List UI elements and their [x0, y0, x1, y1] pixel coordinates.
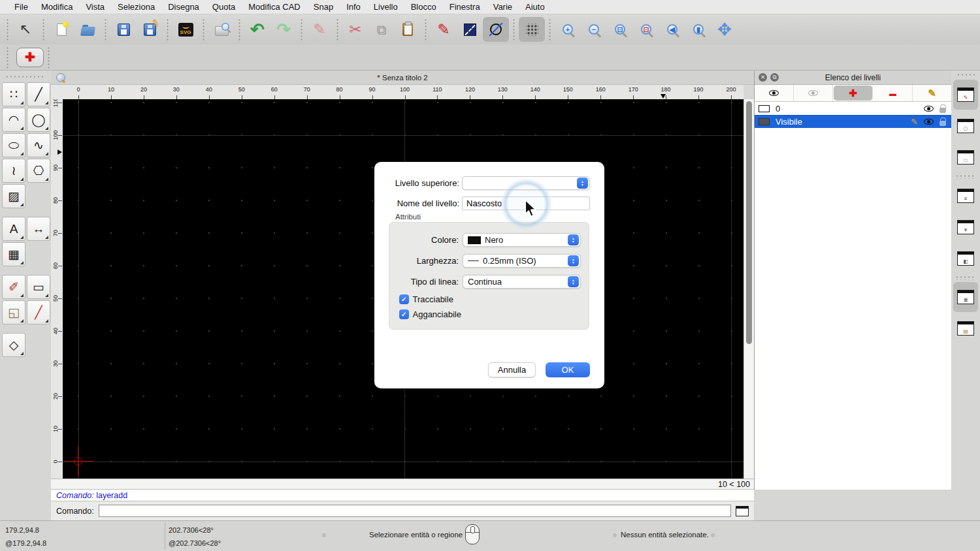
pan-button[interactable]: ✥	[711, 17, 738, 42]
command-window-toggle-button[interactable]	[736, 506, 749, 516]
redo-button[interactable]: ↷	[270, 17, 297, 42]
menu-blocco[interactable]: Blocco	[404, 0, 443, 14]
tool-measure-button[interactable]: ▭	[27, 275, 50, 299]
toolbar-drag-handle[interactable]	[6, 46, 9, 69]
layer-name-input[interactable]	[462, 197, 590, 210]
tool-image-button[interactable]: ▦	[2, 242, 25, 266]
new-file-button[interactable]	[48, 17, 74, 42]
eraser-button[interactable]: ✎	[306, 17, 333, 42]
dock-drag-handle[interactable]	[956, 73, 975, 77]
vertical-scrollbar-thumb[interactable]	[746, 101, 752, 344]
select-arrow-button[interactable]: ↖	[12, 17, 39, 42]
tool-ellipse-button[interactable]: ⬭	[2, 133, 25, 157]
minus-icon: ▬	[889, 89, 896, 97]
tool-polyline-button[interactable]: ≀	[2, 159, 25, 183]
line-type-combobox[interactable]: Continua ▴▾	[463, 275, 581, 289]
dropdown-stepper-icon: ▴▾	[568, 255, 579, 266]
menu-modifica-cad[interactable]: Modifica CAD	[242, 0, 306, 14]
line-width-dropdown[interactable]: 0.25mm (ISO) ▴▾	[463, 254, 581, 268]
vertical-scrollbar[interactable]	[743, 99, 754, 479]
show-all-layers-button[interactable]	[755, 85, 794, 101]
dock-property-editor-button-icon: ✎	[957, 87, 974, 102]
toolbar-drag-handle[interactable]	[6, 18, 9, 40]
dock-clipboard-button[interactable]: ▤	[953, 313, 978, 343]
tool-modify-button[interactable]: ◱	[2, 300, 25, 324]
save-button[interactable]	[110, 17, 137, 42]
menu-snap[interactable]: Snap	[307, 0, 340, 14]
add-entity-button[interactable]: ✚	[16, 48, 44, 67]
tool-arc-button[interactable]: ◠	[2, 108, 25, 132]
menu-disegna[interactable]: Disegna	[161, 0, 206, 14]
hide-all-layers-button[interactable]	[794, 85, 833, 101]
selection-mode-button[interactable]	[457, 17, 483, 42]
draw-order-button[interactable]: ✎	[431, 17, 457, 42]
parent-layer-dropdown[interactable]: ▴▾	[462, 176, 590, 190]
eye-icon[interactable]	[924, 119, 934, 125]
tool-text-button[interactable]: A	[2, 217, 25, 241]
eye-icon[interactable]	[924, 106, 934, 112]
zoom-previous-button[interactable]: ◀	[659, 17, 685, 42]
tool-draw-settings-button[interactable]: ✐	[2, 275, 25, 299]
tool-polygon-button[interactable]: ⎔	[27, 159, 50, 183]
zoom-window-button[interactable]: ▮	[685, 17, 711, 42]
dock-block-list-button[interactable]: ⎔	[953, 111, 978, 141]
menu-aiuto[interactable]: Aiuto	[519, 0, 551, 14]
cancel-button[interactable]: Annulla	[488, 362, 536, 377]
close-panel-button[interactable]: ✕	[759, 73, 767, 82]
print-preview-button[interactable]	[208, 17, 235, 42]
detach-panel-button[interactable]: ⧉	[770, 73, 779, 82]
color-dropdown[interactable]: Nero ▴▾	[463, 233, 581, 247]
copy-button[interactable]: ⧉	[368, 17, 395, 42]
tool-dimension-button[interactable]: ↔	[27, 217, 50, 241]
menu-finestra[interactable]: Finestra	[443, 0, 487, 14]
layer-row-0[interactable]: 0	[755, 102, 951, 115]
zoom-in-button[interactable]: +	[555, 17, 581, 42]
command-input[interactable]	[99, 505, 731, 517]
zoom-auto-button[interactable]: ⊡	[607, 17, 633, 42]
tool-spline-button[interactable]: ∿	[27, 133, 50, 157]
grid-toggle-button[interactable]	[519, 17, 545, 42]
draft-mode-button[interactable]	[483, 17, 509, 42]
palette-drag-handle[interactable]	[5, 74, 46, 79]
zoom-out-button[interactable]: −	[581, 17, 607, 42]
dock-lightweight-button[interactable]: ◧	[953, 244, 978, 274]
open-file-button[interactable]	[74, 17, 101, 42]
tool-solid-3d-button[interactable]: ◇	[2, 333, 25, 357]
tool-points-button[interactable]: ∷	[2, 82, 25, 106]
save-as-button[interactable]: ✎	[137, 17, 163, 42]
add-layer-button[interactable]: ✚	[834, 86, 873, 101]
menu-livello[interactable]: Livello	[367, 0, 404, 14]
layer-row-visibile[interactable]: Visibile✎	[755, 115, 951, 128]
paste-button[interactable]	[395, 17, 421, 42]
edit-layer-button[interactable]: ✎	[913, 85, 951, 101]
horizontal-scroll-strip[interactable]: 10 < 100	[51, 479, 754, 490]
dock-selection-views-button[interactable]: ≡	[953, 181, 978, 211]
cut-button[interactable]: ✂	[342, 17, 368, 42]
menu-modifica[interactable]: Modifica	[35, 0, 79, 14]
tool-hatch-button[interactable]: ▨	[2, 184, 25, 208]
menu-quota[interactable]: Quota	[206, 0, 242, 14]
tool-modify-cad-button[interactable]: ╱	[27, 300, 50, 324]
tool-line-button[interactable]: ╱	[27, 82, 50, 106]
menu-info[interactable]: Info	[340, 0, 367, 14]
checkbox-check-icon: ✓	[399, 309, 409, 319]
pencil-icon[interactable]: ✎	[911, 117, 918, 127]
undo-button[interactable]: ↶	[244, 17, 270, 42]
traceable-checkbox[interactable]: ✓ Tracciabile	[399, 294, 453, 304]
dock-library-browser-button[interactable]: ▭	[953, 142, 978, 172]
svg-export-button[interactable]: SVG	[172, 17, 199, 42]
tool-circle-button[interactable]: ◯	[27, 108, 50, 132]
ok-button[interactable]: OK	[546, 362, 590, 377]
lock-icon[interactable]	[939, 121, 946, 126]
dock-command-line-button[interactable]: ≣	[953, 282, 978, 312]
lock-icon[interactable]	[939, 108, 946, 113]
menu-varie[interactable]: Varie	[487, 0, 519, 14]
dock-property-editor-button[interactable]: ✎	[953, 80, 978, 110]
menu-file[interactable]: File	[8, 0, 35, 14]
remove-layer-button[interactable]: ▬	[874, 85, 913, 101]
menu-seleziona[interactable]: Seleziona	[111, 0, 161, 14]
dock-selection-filter-button[interactable]: ▼	[953, 212, 978, 242]
snappable-checkbox[interactable]: ✓ Agganciabile	[399, 309, 461, 319]
menu-vista[interactable]: Vista	[79, 0, 111, 14]
zoom-selection-button[interactable]: ⊡	[633, 17, 659, 42]
